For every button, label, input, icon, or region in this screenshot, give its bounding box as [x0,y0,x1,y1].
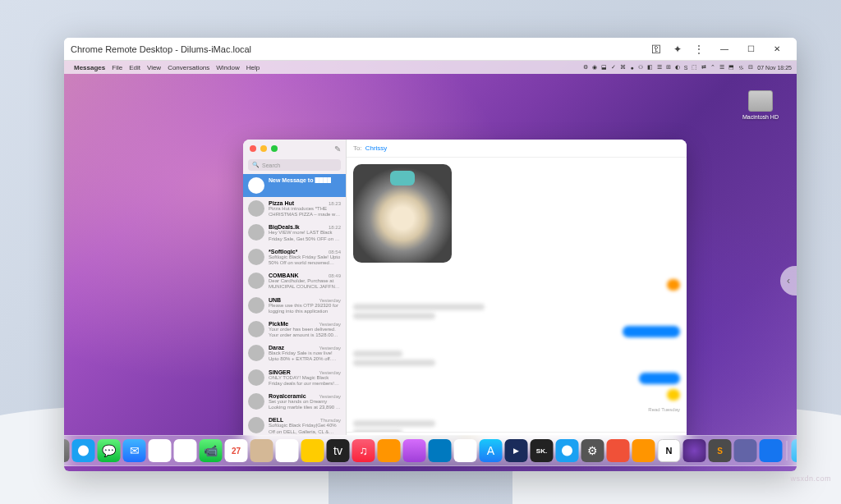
status-icon[interactable]: ☰ [719,64,724,71]
dock-maps[interactable]: 🗺 [149,439,172,462]
remote-mac-screen[interactable]: Messages File Edit View Conversations Wi… [64,61,797,471]
dock-swift[interactable] [607,439,630,462]
received-bubble[interactable] [353,351,402,357]
desktop-hd-icon[interactable]: Macintosh HD [742,90,779,120]
status-icon[interactable]: ⇄ [701,64,706,71]
conversation-item[interactable]: Pizza Hut 18:23 Pizza Hut introduces *TH… [243,197,346,221]
sent-bubble[interactable] [667,389,680,401]
dock-safari-tp[interactable] [556,439,579,462]
status-icon[interactable]: ◐ [675,64,680,71]
status-icon[interactable]: ⬓ [601,64,607,71]
dock-sk-app[interactable]: SK. [531,439,554,462]
dock-slack[interactable]: ✱ [454,439,477,462]
avatar [248,345,264,361]
message-thread[interactable]: Read Tuesday [347,158,687,432]
sent-bubble[interactable] [623,326,680,337]
conversation-preview: Softlogic Black Friday Sale! Upto 50% Of… [269,254,341,266]
received-bubble[interactable] [353,429,402,432]
status-icon[interactable]: ⬚ [692,64,697,71]
conversation-item[interactable]: New Message to ████ [243,174,346,197]
conversation-item[interactable]: COMBANK 08:49 Dear Cardholder, Purchase … [243,269,346,293]
menu-window[interactable]: Window [216,64,239,71]
close-button[interactable]: ✕ [764,38,790,61]
dock-teams[interactable] [734,439,757,462]
dock-trello[interactable] [429,439,452,462]
menu-edit[interactable]: Edit [129,64,140,71]
dock-books[interactable] [378,439,401,462]
dock-calendar[interactable]: 27 [225,439,248,462]
dock-sublime[interactable]: S [709,439,732,462]
conversation-item[interactable]: UNB Yesterday Please use this OTP 292320… [243,294,346,318]
sent-bubble[interactable] [639,373,680,384]
sent-bubble[interactable] [667,279,680,291]
status-icon[interactable]: ☰ [657,64,662,71]
status-icon[interactable]: ⚙ [583,64,588,71]
status-icon[interactable]: ⚇ [638,64,643,71]
dock-messages[interactable]: 💬 [98,439,121,462]
dock-pages[interactable] [632,439,655,462]
status-icon[interactable]: ᯾ [738,65,744,71]
conversation-item[interactable]: SINGER Yesterday ONLY TODAY! Magic Black… [243,366,346,390]
dock-music[interactable]: ♫ [352,439,375,462]
menu-view[interactable]: View [147,64,161,71]
minimize-button[interactable]: — [711,38,738,61]
status-icon[interactable]: ◧ [647,64,653,71]
dock-video-app[interactable]: ▶ [505,439,528,462]
conversation-item[interactable]: PickMe Yesterday Your order has been del… [243,318,346,341]
status-icon[interactable]: ● [630,65,633,71]
search-input[interactable]: 🔍 Search [248,159,341,171]
received-bubble[interactable] [353,313,435,319]
conversation-item[interactable]: Royalceramic Yesterday Set your hands on… [243,390,346,414]
status-icon[interactable]: ⌃ [710,64,715,71]
menu-conversations[interactable]: Conversations [168,64,209,71]
status-icon[interactable]: S [684,65,688,71]
minimize-traffic-light[interactable] [260,145,267,152]
dock-downloads[interactable] [792,439,797,462]
zoom-traffic-light[interactable] [271,145,278,152]
menu-help[interactable]: Help [246,64,260,71]
extensions-icon[interactable]: ✦ [672,44,683,55]
dock-podcasts[interactable] [403,439,426,462]
dock-appstore[interactable]: A [480,439,503,462]
received-bubble[interactable] [353,304,485,310]
dock-mail[interactable]: ✉ [123,439,146,462]
dock-launchpad[interactable] [64,439,70,462]
message-photo-attachment[interactable] [353,164,452,263]
compose-button[interactable]: ✎ [334,144,341,153]
conversation-item[interactable]: BigDeals.lk 18:22 Hey VIEW more! LAST Bl… [243,221,346,245]
chrome-menu-icon[interactable]: ⋮ [693,44,705,55]
menu-file[interactable]: File [112,64,122,71]
status-icon[interactable]: ✓ [611,64,616,71]
maximize-button[interactable]: ☐ [738,38,764,61]
search-placeholder: Search [262,163,280,168]
status-icon[interactable]: ⊟ [748,64,753,71]
dock-notion[interactable]: N [658,439,681,462]
dock-contacts[interactable] [250,439,273,462]
key-icon[interactable]: ⚿ [650,44,662,55]
dock-tv[interactable]: tv [327,439,350,462]
received-bubble[interactable] [353,420,435,427]
dock-xcode[interactable] [760,439,783,462]
dock-reminders[interactable] [276,439,299,462]
conversations-list[interactable]: New Message to ████ Pizza Hut 18:23 Pizz… [243,174,346,451]
status-icon[interactable]: ◉ [592,64,597,71]
status-icon[interactable]: ⊞ [666,64,671,71]
status-icon[interactable]: ⬒ [728,64,734,71]
menubar-app-name[interactable]: Messages [74,64,105,71]
dock-safari[interactable] [72,439,95,462]
conversation-name: PickMe [269,321,288,327]
chrome-window: Chrome Remote Desktop - Dilums-iMac.loca… [64,38,797,471]
status-icon[interactable]: ⌘ [620,64,626,71]
conversation-item[interactable]: Daraz Yesterday Black Friday Sale is now… [243,341,346,365]
close-traffic-light[interactable] [250,145,256,152]
dock-photos[interactable]: ✿ [174,439,197,462]
dock-dash[interactable] [683,439,706,462]
conversation-item[interactable]: *Softlogic* 08:54 Softlogic Black Friday… [243,245,346,269]
menubar-date[interactable]: 07 Nov 18:25 [757,65,792,71]
dock-settings[interactable]: ⚙ [581,439,604,462]
received-bubble[interactable] [353,360,435,366]
to-field[interactable]: To: Chrissy [347,140,687,158]
dock-notes[interactable] [301,439,324,462]
conversation-preview: Dear Cardholder, Purchase at MUNICIPAL C… [269,278,341,290]
dock-facetime[interactable]: 📹 [200,439,223,462]
